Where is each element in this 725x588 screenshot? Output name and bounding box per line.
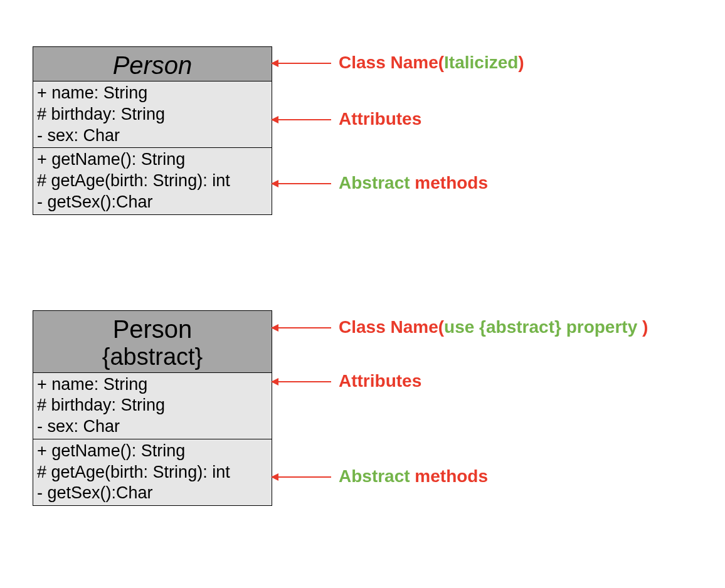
uml1-class-name: Person [36,51,269,80]
uml2-methods: + getName(): String # getAge(birth: Stri… [33,439,272,505]
uml-class-box-2: Person {abstract} + name: String # birth… [33,310,272,506]
uml2-class-name: Person [36,315,269,344]
uml2-header: Person {abstract} [33,311,272,373]
ann-attributes-1: Attributes [339,109,421,129]
uml1-method: - getSex():Char [37,192,268,213]
uml2-method: + getName(): String [37,441,268,462]
ann-methods-2: Abstract methods [339,466,488,486]
uml-class-box-1: Person + name: String # birthday: String… [33,46,272,215]
ann-text: ) [642,317,648,337]
uml1-attributes: + name: String # birthday: String - sex:… [33,81,272,147]
uml1-method: + getName(): String [37,149,268,171]
ann-text: Class Name( [339,53,444,72]
uml2-method: - getSex():Char [37,483,268,504]
uml2-method: # getAge(birth: String): int [37,462,268,483]
uml1-methods: + getName(): String # getAge(birth: Stri… [33,147,272,214]
uml2-class-tag: {abstract} [36,344,269,371]
uml1-attr: - sex: Char [37,125,268,147]
ann-text: Italicized [444,53,518,72]
uml1-attr: + name: String [37,83,268,104]
uml2-attr: + name: String [37,374,268,396]
ann-text: methods [410,466,488,486]
uml2-attributes: + name: String # birthday: String - sex:… [33,373,272,439]
ann-attributes-2: Attributes [339,371,421,391]
ann-text: methods [410,173,488,192]
ann-text: Attributes [339,371,421,391]
ann-text: use {abstract} property [444,317,642,337]
ann-text: ) [518,53,524,72]
uml1-attr: # birthday: String [37,104,268,125]
uml1-method: # getAge(birth: String): int [37,171,268,192]
ann-text: Class Name( [339,317,444,337]
ann-text: Abstract [339,173,410,192]
ann-class-name-1: Class Name(Italicized) [339,53,524,73]
ann-text: Attributes [339,109,421,129]
ann-methods-1: Abstract methods [339,173,488,193]
ann-class-name-2: Class Name(use {abstract} property ) [339,317,648,337]
uml1-header: Person [33,47,272,81]
ann-text: Abstract [339,466,410,486]
uml2-attr: - sex: Char [37,416,268,438]
uml2-attr: # birthday: String [37,395,268,416]
